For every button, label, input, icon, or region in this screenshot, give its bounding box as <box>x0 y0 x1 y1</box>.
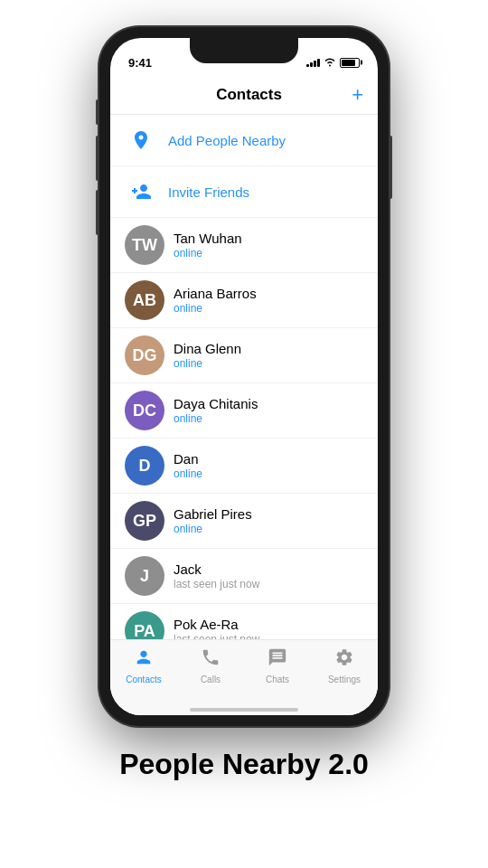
contact-name: Dan <box>174 451 202 467</box>
contact-list: Add People Nearby Invite Friends TWTan W… <box>110 115 378 639</box>
contact-status: online <box>174 302 257 315</box>
wifi-icon <box>324 57 336 69</box>
tab-settings-label: Settings <box>328 675 361 684</box>
avatar: D <box>125 446 164 486</box>
contact-name: Daya Chitanis <box>174 396 258 411</box>
contact-name: Jack <box>174 561 259 577</box>
tab-calls[interactable]: Calls <box>183 647 238 684</box>
contact-item[interactable]: TWTan Wuhanonline <box>110 218 378 273</box>
person-add-icon <box>125 175 157 208</box>
tab-contacts[interactable]: Contacts <box>117 647 171 684</box>
contact-name: Pok Ae-Ra <box>174 617 259 632</box>
contact-info: Dina Glennonline <box>174 341 241 370</box>
tab-settings[interactable]: Settings <box>317 647 371 684</box>
contact-item[interactable]: JJacklast seen just now <box>110 549 378 604</box>
avatar: J <box>125 556 164 596</box>
avatar: AB <box>125 280 164 320</box>
nav-title: Contacts <box>216 86 282 104</box>
contact-item[interactable]: PAPok Ae-Ralast seen just now <box>110 604 378 639</box>
notch <box>190 38 298 63</box>
battery-icon <box>340 58 360 68</box>
contact-info: Danonline <box>174 451 202 480</box>
contact-item[interactable]: DDanonline <box>110 439 378 494</box>
contact-status: last seen just now <box>174 578 259 590</box>
contact-info: Gabriel Piresonline <box>174 506 252 535</box>
volume-down-button <box>96 190 99 235</box>
contacts-container: TWTan WuhanonlineABAriana BarrosonlineDG… <box>110 218 378 639</box>
page-title-section: People Nearby 2.0 <box>119 748 369 808</box>
home-indicator <box>110 703 378 715</box>
power-button <box>389 136 392 199</box>
phone-screen: 9:41 <box>110 38 378 715</box>
contact-info: Tan Wuhanonline <box>174 231 242 259</box>
invite-friends-button[interactable]: Invite Friends <box>110 166 378 218</box>
contact-info: Daya Chitanisonline <box>174 396 258 425</box>
contact-info: Ariana Barrosonline <box>174 286 257 315</box>
contact-status: online <box>174 247 242 259</box>
phone-frame: 9:41 <box>99 27 389 726</box>
contact-status: online <box>174 467 202 480</box>
contact-name: Dina Glenn <box>174 341 241 356</box>
contact-name: Tan Wuhan <box>174 231 242 246</box>
avatar: DC <box>125 391 164 430</box>
tab-chats-label: Chats <box>266 675 289 684</box>
contact-item[interactable]: DCDaya Chitanisonline <box>110 383 378 439</box>
tab-bar: Contacts Calls Cha <box>110 639 378 703</box>
contact-status: online <box>174 357 241 370</box>
chat-icon <box>267 647 287 673</box>
tab-contacts-label: Contacts <box>126 675 161 684</box>
signal-bars-icon <box>306 58 320 67</box>
person-icon <box>134 647 154 673</box>
contact-info: Pok Ae-Ralast seen just now <box>174 617 259 639</box>
contact-status: last seen just now <box>174 633 259 639</box>
contact-name: Gabriel Pires <box>174 506 252 522</box>
contact-name: Ariana Barros <box>174 286 257 301</box>
status-time: 9:41 <box>128 56 152 70</box>
add-people-nearby-button[interactable]: Add People Nearby <box>110 115 378 166</box>
contact-item[interactable]: DGDina Glennonline <box>110 328 378 383</box>
mute-button <box>96 99 99 125</box>
location-pin-icon <box>125 124 157 156</box>
contact-item[interactable]: ABAriana Barrosonline <box>110 273 378 328</box>
avatar: DG <box>125 335 164 375</box>
contact-info: Jacklast seen just now <box>174 561 259 590</box>
gear-icon <box>334 647 354 673</box>
avatar: PA <box>125 611 164 639</box>
page-title: People Nearby 2.0 <box>119 748 369 780</box>
avatar: GP <box>125 501 164 541</box>
tab-chats[interactable]: Chats <box>250 647 305 684</box>
avatar: TW <box>125 225 164 265</box>
status-icons <box>306 57 360 69</box>
add-contact-button[interactable]: + <box>352 83 363 107</box>
contact-item[interactable]: GPGabriel Piresonline <box>110 494 378 549</box>
volume-up-button <box>96 136 99 181</box>
add-people-nearby-label: Add People Nearby <box>168 133 286 148</box>
phone-icon <box>201 647 221 673</box>
invite-friends-label: Invite Friends <box>168 184 249 200</box>
nav-bar: Contacts + <box>110 78 378 115</box>
tab-calls-label: Calls <box>201 675 221 684</box>
contact-status: online <box>174 523 252 535</box>
contact-status: online <box>174 412 258 425</box>
